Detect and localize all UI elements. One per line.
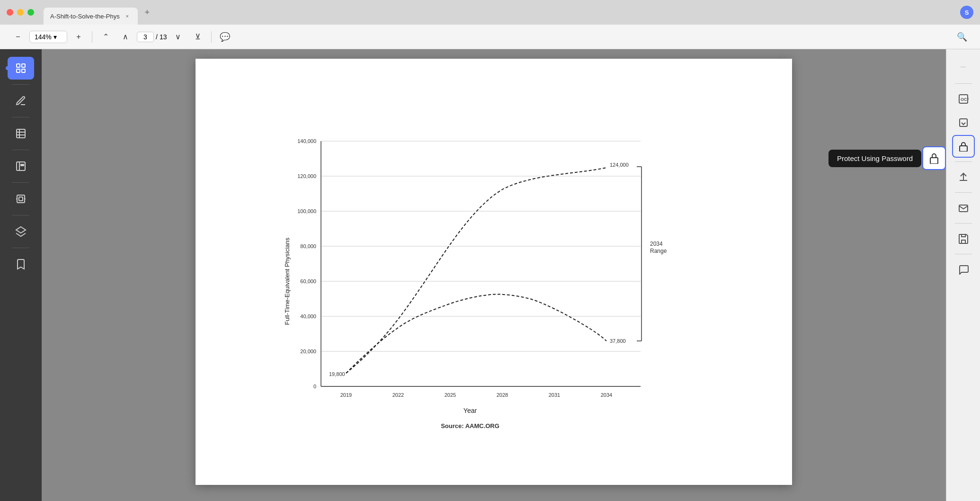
sidebar-sep-1 <box>12 84 29 85</box>
comment-button[interactable]: 💬 <box>216 28 233 45</box>
svg-text:0: 0 <box>313 384 316 389</box>
protect-button-lock-icon <box>959 141 968 152</box>
separator-2 <box>211 31 212 43</box>
scroll-top-indicator: — <box>952 55 975 78</box>
svg-rect-56 <box>962 240 965 243</box>
mail-button[interactable] <box>952 197 975 219</box>
zoom-value: 144% <box>35 33 52 41</box>
separator-1 <box>92 31 92 43</box>
svg-rect-54 <box>960 146 967 152</box>
sidebar-sep-4 <box>12 182 29 183</box>
traffic-lights <box>7 9 34 16</box>
new-tab-button[interactable]: + <box>141 6 154 19</box>
content-area[interactable]: Full-Time-Equivalent Physicians 140,000 … <box>42 49 946 501</box>
search-button[interactable]: 🔍 <box>953 28 971 45</box>
comment-right-button[interactable] <box>952 258 975 281</box>
svg-text:120,000: 120,000 <box>297 173 316 179</box>
svg-rect-10 <box>21 164 24 166</box>
svg-marker-15 <box>16 227 26 233</box>
svg-text:37,800: 37,800 <box>610 338 626 344</box>
svg-text:Range: Range <box>650 248 667 254</box>
svg-text:2034: 2034 <box>650 241 663 247</box>
svg-rect-4 <box>17 129 25 138</box>
right-sep-1 <box>955 83 972 84</box>
sidebar-sep-3 <box>12 150 29 150</box>
right-sep-4 <box>955 223 972 224</box>
user-avatar[interactable]: S <box>960 6 973 19</box>
svg-text:OCR: OCR <box>961 97 969 102</box>
svg-text:2028: 2028 <box>497 392 508 398</box>
minimize-button[interactable] <box>17 9 24 16</box>
sidebar-sep-5 <box>12 215 29 215</box>
sidebar-item-thumbnails[interactable] <box>8 57 34 80</box>
page-separator: / <box>156 33 158 41</box>
active-dot <box>6 66 9 70</box>
share-button[interactable] <box>952 166 975 188</box>
maximize-button[interactable] <box>27 9 34 16</box>
right-sidebar: Protect Using Password — OCR <box>946 49 980 501</box>
y-axis-label: Full-Time-Equivalent Physicians <box>284 237 291 325</box>
svg-text:2022: 2022 <box>392 392 404 398</box>
svg-text:124,000: 124,000 <box>610 162 629 168</box>
svg-rect-57 <box>962 234 965 237</box>
sidebar-sep-2 <box>12 117 29 117</box>
svg-text:80,000: 80,000 <box>300 243 316 249</box>
pdf-page: Full-Time-Equivalent Physicians 140,000 … <box>196 59 792 485</box>
svg-text:2025: 2025 <box>445 392 456 398</box>
sidebar-item-organize[interactable] <box>8 122 34 145</box>
protect-popup: Protect Using Password <box>829 146 946 170</box>
svg-text:20,000: 20,000 <box>300 349 316 354</box>
sidebar-item-ocr[interactable] <box>8 188 34 210</box>
right-sep-2 <box>955 161 972 162</box>
last-page-button[interactable]: ⊻ <box>189 28 206 45</box>
sidebar-item-redact[interactable] <box>8 155 34 178</box>
svg-text:140,000: 140,000 <box>297 138 316 144</box>
tab-close-button[interactable]: × <box>124 12 131 20</box>
svg-text:Source: AAMC.ORG: Source: AAMC.ORG <box>441 422 499 429</box>
zoom-dropdown-icon: ▾ <box>53 33 57 41</box>
chart-svg: Full-Time-Equivalent Physicians 140,000 … <box>281 106 707 438</box>
protect-icon-button[interactable] <box>922 146 946 170</box>
svg-text:100,000: 100,000 <box>297 208 316 214</box>
svg-text:2019: 2019 <box>340 392 352 398</box>
sidebar-item-bookmark[interactable] <box>8 253 34 276</box>
zoom-out-button[interactable]: − <box>9 28 27 45</box>
page-total: 13 <box>160 33 167 41</box>
svg-rect-1 <box>22 64 25 67</box>
svg-rect-3 <box>22 69 25 72</box>
active-tab[interactable]: A-Shift-to-Solve-the-Phys × <box>44 8 138 25</box>
tab-bar: A-Shift-to-Solve-the-Phys × + <box>44 0 960 25</box>
svg-rect-50 <box>930 158 938 164</box>
right-sep-5 <box>955 254 972 254</box>
page-number-input[interactable] <box>137 32 154 42</box>
left-sidebar <box>0 49 42 501</box>
protect-button[interactable] <box>952 135 975 158</box>
prev-page-button[interactable]: ∧ <box>117 28 134 45</box>
protect-tooltip: Protect Using Password <box>829 150 921 167</box>
zoom-in-button[interactable]: + <box>70 28 87 45</box>
svg-text:Year: Year <box>463 407 477 414</box>
next-page-button[interactable]: ∨ <box>169 28 187 45</box>
sidebar-sep-6 <box>12 248 29 248</box>
svg-rect-2 <box>17 69 20 72</box>
svg-rect-0 <box>17 64 20 67</box>
zoom-display[interactable]: 144% ▾ <box>29 31 67 43</box>
svg-rect-53 <box>960 119 967 126</box>
svg-rect-12 <box>19 197 23 201</box>
save-button[interactable] <box>952 227 975 250</box>
page-navigation: / 13 <box>137 32 167 42</box>
first-page-button[interactable]: ⌃ <box>97 28 114 45</box>
thumbnails-wrap <box>8 57 34 80</box>
toolbar: − 144% ▾ + ⌃ ∧ / 13 ∨ ⊻ 💬 🔍 <box>0 25 980 49</box>
svg-text:2034: 2034 <box>601 392 612 398</box>
svg-text:40,000: 40,000 <box>300 313 316 319</box>
sidebar-item-layers[interactable] <box>8 220 34 243</box>
convert-button[interactable] <box>952 111 975 134</box>
svg-text:19,800: 19,800 <box>329 371 345 377</box>
titlebar: A-Shift-to-Solve-the-Phys × + S <box>0 0 980 25</box>
svg-text:2031: 2031 <box>549 392 560 398</box>
close-button[interactable] <box>7 9 13 16</box>
sidebar-item-annotate[interactable] <box>8 89 34 112</box>
svg-text:60,000: 60,000 <box>300 278 316 284</box>
ocr-right-button[interactable]: OCR <box>952 88 975 110</box>
